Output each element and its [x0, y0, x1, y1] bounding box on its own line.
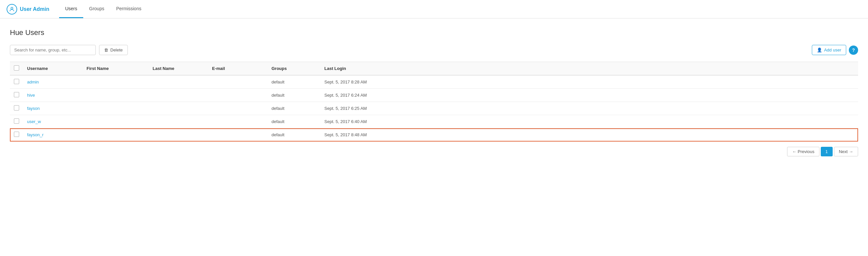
table-row: fayson default Sept. 5, 2017 6:25 AM [10, 102, 858, 115]
col-header-lastname: Last Name [149, 62, 208, 76]
help-icon: ? [852, 47, 855, 53]
row-firstname-0 [83, 75, 149, 89]
row-lastlogin-3: Sept. 5, 2017 6:40 AM [320, 115, 858, 128]
row-lastlogin-1: Sept. 5, 2017 6:24 AM [320, 89, 858, 102]
svg-point-0 [11, 7, 13, 9]
row-username-2: fayson [23, 102, 83, 115]
row-check-3 [10, 115, 23, 128]
toolbar: 🗑 Delete 👤 Add user ? [10, 45, 858, 55]
row-firstname-3 [83, 115, 149, 128]
toolbar-right: 👤 Add user ? [812, 45, 858, 55]
col-header-lastlogin: Last Login [320, 62, 858, 76]
search-input[interactable] [10, 45, 96, 55]
row-groups-0: default [268, 75, 320, 89]
row-lastname-0 [149, 75, 208, 89]
top-navigation: User Admin Users Groups Permissions [0, 0, 868, 19]
row-firstname-2 [83, 102, 149, 115]
row-lastname-1 [149, 89, 208, 102]
row-lastlogin-2: Sept. 5, 2017 6:25 AM [320, 102, 858, 115]
row-username-4: fayson_r [23, 128, 83, 142]
row-groups-4: default [268, 128, 320, 142]
row-checkbox-1[interactable] [14, 92, 19, 97]
table-row: user_w default Sept. 5, 2017 6:40 AM [10, 115, 858, 128]
main-content: Hue Users 🗑 Delete 👤 Add user ? [0, 19, 868, 256]
col-header-email: E-mail [208, 62, 268, 76]
user-link-4[interactable]: fayson_r [27, 132, 43, 137]
row-email-2 [208, 102, 268, 115]
tab-users[interactable]: Users [59, 0, 83, 18]
row-lastname-2 [149, 102, 208, 115]
row-checkbox-3[interactable] [14, 118, 19, 124]
row-email-4 [208, 128, 268, 142]
user-link-0[interactable]: admin [27, 79, 39, 84]
brand-logo[interactable]: User Admin [7, 4, 49, 14]
col-header-username: Username [23, 62, 83, 76]
col-header-check [10, 62, 23, 76]
toolbar-left: 🗑 Delete [10, 45, 128, 55]
row-firstname-1 [83, 89, 149, 102]
row-firstname-4 [83, 128, 149, 142]
col-header-groups: Groups [268, 62, 320, 76]
row-checkbox-4[interactable] [14, 132, 19, 137]
table-row: hive default Sept. 5, 2017 6:24 AM [10, 89, 858, 102]
delete-label: Delete [110, 47, 123, 52]
delete-button[interactable]: 🗑 Delete [99, 45, 128, 55]
row-username-0: admin [23, 75, 83, 89]
row-lastlogin-4: Sept. 5, 2017 8:48 AM [320, 128, 858, 142]
row-email-1 [208, 89, 268, 102]
row-check-2 [10, 102, 23, 115]
add-user-label: Add user [824, 47, 841, 52]
users-table: Username First Name Last Name E-mail Gro… [10, 62, 858, 142]
row-username-1: hive [23, 89, 83, 102]
row-email-3 [208, 115, 268, 128]
user-link-3[interactable]: user_w [27, 119, 41, 124]
current-page: 1 [821, 147, 833, 156]
page-title: Hue Users [10, 28, 858, 37]
help-button[interactable]: ? [849, 45, 858, 55]
row-email-0 [208, 75, 268, 89]
table-row: admin default Sept. 5, 2017 8:28 AM [10, 75, 858, 89]
row-check-1 [10, 89, 23, 102]
brand-icon [7, 4, 17, 14]
add-user-button[interactable]: 👤 Add user [812, 45, 846, 55]
tab-groups[interactable]: Groups [83, 0, 110, 18]
row-check-4 [10, 128, 23, 142]
row-groups-1: default [268, 89, 320, 102]
row-username-3: user_w [23, 115, 83, 128]
brand-label: User Admin [20, 6, 49, 12]
row-checkbox-2[interactable] [14, 105, 19, 111]
nav-tabs: Users Groups Permissions [59, 0, 147, 18]
previous-button[interactable]: ← Previous [787, 147, 819, 156]
user-link-2[interactable]: fayson [27, 106, 40, 111]
trash-icon: 🗑 [104, 47, 108, 52]
row-check-0 [10, 75, 23, 89]
user-link-1[interactable]: hive [27, 93, 35, 98]
row-groups-2: default [268, 102, 320, 115]
row-lastname-3 [149, 115, 208, 128]
row-lastname-4 [149, 128, 208, 142]
row-lastlogin-0: Sept. 5, 2017 8:28 AM [320, 75, 858, 89]
pagination-bar: ← Previous 1 Next → [10, 142, 858, 159]
row-groups-3: default [268, 115, 320, 128]
next-button[interactable]: Next → [834, 147, 858, 156]
add-user-icon: 👤 [817, 47, 822, 52]
select-all-checkbox[interactable] [14, 65, 19, 71]
table-header-row: Username First Name Last Name E-mail Gro… [10, 62, 858, 76]
tab-permissions[interactable]: Permissions [110, 0, 147, 18]
table-row: fayson_r default Sept. 5, 2017 8:48 AM [10, 128, 858, 142]
row-checkbox-0[interactable] [14, 79, 19, 84]
col-header-firstname: First Name [83, 62, 149, 76]
